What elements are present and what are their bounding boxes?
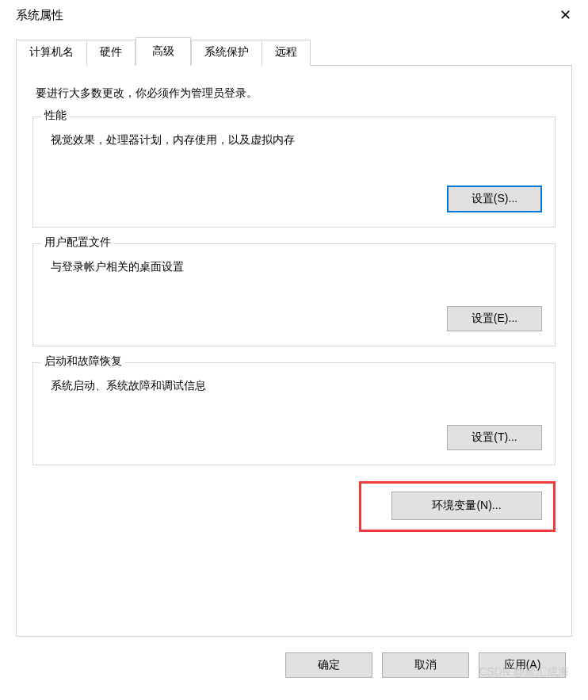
group-startup-desc: 系统启动、系统故障和调试信息 [51,379,542,393]
group-user-profile: 用户配置文件 与登录帐户相关的桌面设置 设置(E)... [32,243,556,346]
tab-advanced[interactable]: 高级 [136,37,191,66]
group-startup-btn-row: 设置(T)... [46,425,542,450]
cancel-button[interactable]: 取消 [382,652,469,678]
group-startup-title: 启动和故障恢复 [41,354,125,369]
tab-hardware[interactable]: 硬件 [87,40,136,66]
env-var-highlight-box: 环境变量(N)... [359,481,556,532]
performance-settings-button[interactable]: 设置(S)... [447,186,542,212]
tab-system-protection[interactable]: 系统保护 [191,40,262,66]
group-performance-btn-row: 设置(S)... [46,186,542,212]
ok-button[interactable]: 确定 [285,652,372,678]
group-performance: 性能 视觉效果，处理器计划，内存使用，以及虚拟内存 设置(S)... [32,117,556,228]
admin-note: 要进行大多数更改，你必须作为管理员登录。 [36,86,556,101]
close-icon[interactable]: ✕ [553,6,577,24]
user-profile-settings-button[interactable]: 设置(E)... [447,306,542,331]
group-user-profile-title: 用户配置文件 [41,235,114,250]
group-performance-title: 性能 [41,109,70,123]
dialog-footer: 确定 取消 应用(A) [0,638,588,678]
dialog-title: 系统属性 [16,8,63,23]
environment-variables-button[interactable]: 环境变量(N)... [391,492,542,520]
startup-settings-button[interactable]: 设置(T)... [447,425,542,450]
group-user-btn-row: 设置(E)... [46,306,542,331]
group-user-profile-desc: 与登录帐户相关的桌面设置 [51,260,542,274]
tab-remote[interactable]: 远程 [262,40,311,66]
group-startup-recovery: 启动和故障恢复 系统启动、系统故障和调试信息 设置(T)... [32,362,556,465]
title-bar: 系统属性 ✕ [0,0,588,31]
tab-computer-name[interactable]: 计算机名 [16,40,87,66]
group-performance-desc: 视觉效果，处理器计划，内存使用，以及虚拟内存 [51,133,542,147]
advanced-tab-panel: 要进行大多数更改，你必须作为管理员登录。 性能 视觉效果，处理器计划，内存使用，… [16,66,572,637]
apply-button[interactable]: 应用(A) [479,652,566,678]
tab-strip: 计算机名 硬件 高级 系统保护 远程 [16,39,572,66]
